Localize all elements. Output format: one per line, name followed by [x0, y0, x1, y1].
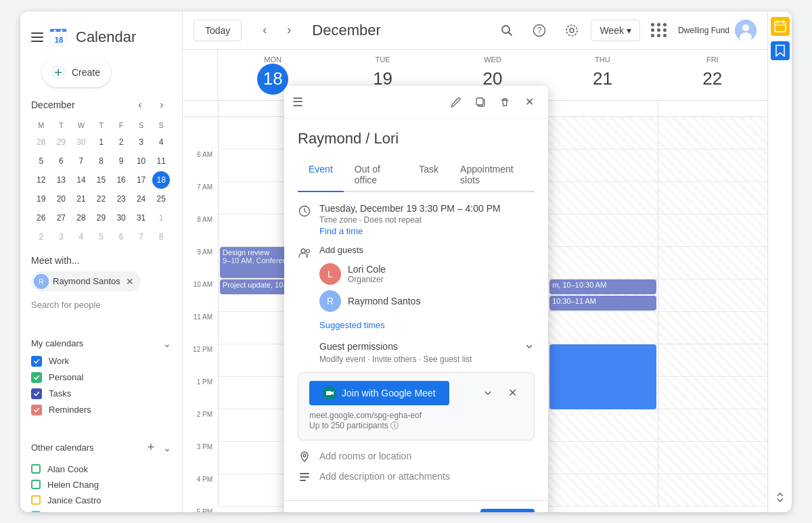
mini-day[interactable]: 7 [72, 152, 90, 170]
header-cell-fri[interactable]: FRI 22 [658, 50, 767, 100]
calendar-item-helen-chang[interactable]: Helen Chang [31, 477, 171, 493]
mini-day[interactable]: 11 [152, 152, 170, 170]
search-people-input[interactable] [31, 297, 171, 313]
alan-cook-checkbox[interactable] [31, 464, 41, 474]
popup-tab-out-of-office[interactable]: Out of office [344, 158, 408, 192]
right-sidebar-expand-icon[interactable] [771, 488, 790, 507]
mini-day[interactable]: 17 [133, 171, 150, 189]
calendar-item-personal[interactable]: Personal [31, 369, 171, 386]
mini-day[interactable]: 1 [92, 133, 110, 151]
mini-day[interactable]: 3 [133, 133, 150, 151]
add-other-calendar-button[interactable]: + [141, 438, 160, 457]
find-a-time-link[interactable]: Find a time [319, 226, 363, 236]
mini-day[interactable]: 9 [112, 152, 130, 170]
day-num-thu[interactable]: 21 [587, 64, 618, 95]
mini-day[interactable]: 20 [52, 190, 70, 208]
meet-info-icon[interactable]: ⓘ [390, 421, 399, 430]
reminders-checkbox[interactable] [31, 405, 42, 415]
mini-day[interactable]: 29 [52, 133, 70, 151]
helen-chang-checkbox[interactable] [31, 480, 41, 489]
user-info[interactable]: Dwelling Fund [678, 20, 757, 41]
mini-day[interactable]: 8 [152, 228, 170, 246]
add-description-row[interactable]: Add description or attachments [298, 469, 535, 484]
calendar-item-janice-castro[interactable]: Janice Castro [31, 493, 171, 508]
popup-delete-button[interactable] [494, 91, 516, 113]
mini-day[interactable]: 14 [72, 171, 90, 189]
calendar-item-alan-cook[interactable]: Alan Cook [31, 461, 171, 477]
right-sidebar-calendar-icon[interactable] [771, 17, 790, 36]
right-sidebar-bookmark-icon[interactable] [771, 41, 790, 60]
work-checkbox[interactable] [31, 356, 42, 367]
mini-day[interactable]: 19 [32, 190, 50, 208]
search-button[interactable] [493, 17, 520, 44]
hamburger-icon[interactable] [31, 32, 43, 42]
prev-week-button[interactable]: ‹ [252, 18, 277, 43]
mini-day[interactable]: 31 [133, 209, 150, 227]
mini-day[interactable]: 25 [152, 190, 170, 208]
mini-day[interactable]: 28 [72, 209, 90, 227]
mini-day[interactable]: 13 [52, 171, 70, 189]
meet-chip[interactable]: R Raymond Santos ✕ [31, 271, 141, 292]
mini-day[interactable]: 30 [112, 209, 130, 227]
mini-day[interactable]: 6 [52, 152, 70, 170]
day-num-fri[interactable]: 22 [697, 64, 728, 95]
settings-button[interactable] [558, 17, 585, 44]
calendar-item-work[interactable]: Work [31, 353, 171, 369]
mini-day[interactable]: 4 [152, 133, 170, 151]
mini-day[interactable]: 29 [92, 209, 110, 227]
popup-tab-task[interactable]: Task [408, 158, 449, 192]
suggested-times-link[interactable]: Suggested times [319, 320, 535, 330]
my-calendars-header[interactable]: My calendars ⌄ [31, 334, 171, 353]
day-column-thu[interactable]: m, 10–10:30 AM 10:30–11 AM [547, 117, 657, 507]
mini-day[interactable]: 7 [133, 228, 150, 246]
other-calendars-header[interactable]: Other calendars + ⌄ [31, 434, 171, 461]
view-selector[interactable]: Week ▾ [591, 20, 640, 41]
add-guests-label[interactable]: Add guests [319, 245, 535, 255]
popup-menu-icon[interactable]: ☰ [292, 95, 303, 110]
header-cell-thu[interactable]: THU 21 [547, 50, 657, 100]
tasks-checkbox[interactable] [31, 388, 42, 399]
mini-day[interactable]: 22 [92, 190, 110, 208]
janice-castro-checkbox[interactable] [31, 495, 41, 505]
mini-day[interactable]: 24 [133, 190, 150, 208]
event-thu-2[interactable]: 10:30–11 AM [549, 296, 656, 311]
popup-tab-event[interactable]: Event [298, 158, 344, 192]
mini-day[interactable]: 5 [32, 152, 50, 170]
popup-duplicate-button[interactable] [470, 91, 491, 113]
mini-day[interactable]: 8 [92, 152, 110, 170]
event-thu-1[interactable]: m, 10–10:30 AM [549, 279, 656, 294]
mini-day[interactable]: 28 [32, 133, 50, 151]
mini-day[interactable]: 6 [112, 228, 130, 246]
calendar-item-reminders[interactable]: Reminders [31, 402, 171, 418]
next-week-button[interactable]: › [277, 18, 301, 43]
mini-cal-next[interactable]: › [152, 95, 171, 114]
mini-day[interactable]: 2 [112, 133, 130, 151]
mini-cal-prev[interactable]: ‹ [131, 95, 150, 114]
mini-day[interactable]: 27 [52, 209, 70, 227]
calendar-item-grace-bishop[interactable]: Grace Bishop [31, 508, 171, 512]
guest-perms-header[interactable]: Guest permissions [319, 338, 535, 355]
mini-day[interactable]: 30 [72, 133, 90, 151]
mini-day[interactable]: 2 [32, 228, 50, 246]
create-button[interactable]: Create [42, 58, 111, 87]
mini-day[interactable]: 3 [52, 228, 70, 246]
mini-day[interactable]: 23 [112, 190, 130, 208]
add-location-row[interactable]: Add rooms or location [298, 449, 535, 463]
day-column-fri[interactable] [658, 117, 767, 507]
event-thu-blue[interactable] [549, 344, 656, 409]
mini-day[interactable]: 10 [133, 152, 150, 170]
mini-day[interactable]: 4 [72, 228, 90, 246]
mini-day[interactable]: 5 [92, 228, 110, 246]
personal-checkbox[interactable] [31, 372, 42, 383]
mini-day[interactable]: 12 [32, 171, 50, 189]
more-options-button[interactable]: More options [399, 509, 475, 512]
calendar-item-tasks[interactable]: Tasks [31, 386, 171, 402]
popup-close-button[interactable]: ✕ [518, 91, 540, 113]
meet-close-button[interactable]: ✕ [501, 382, 523, 404]
grace-bishop-checkbox[interactable] [31, 511, 41, 512]
save-button[interactable]: Save [480, 509, 535, 512]
today-button[interactable]: Today [194, 20, 242, 41]
meet-collapse-button[interactable] [477, 382, 499, 404]
popup-tab-appointment-slots[interactable]: Appointment slots [449, 158, 535, 192]
mini-day[interactable]: 15 [92, 171, 110, 189]
